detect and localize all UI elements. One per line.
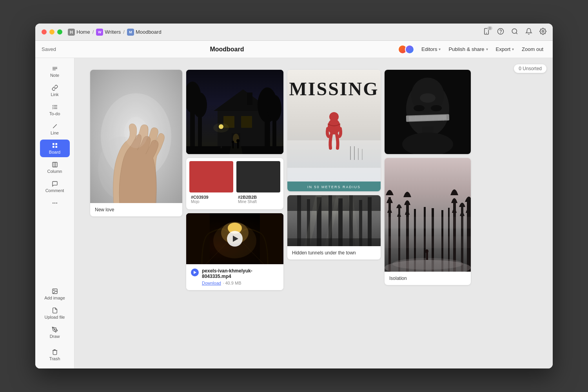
sidebar-item-draw[interactable]: Draw [40,324,70,341]
svg-point-70 [329,112,339,122]
sidebar-item-add-image[interactable]: Add image [40,285,70,303]
svg-rect-49 [232,143,234,149]
sidebar-item-board[interactable]: Board [40,140,70,157]
bell-icon[interactable] [525,28,532,36]
line-icon [52,123,58,129]
swatch-mojo-name: Mojo [191,200,232,204]
card-colors[interactable]: #C03939 Mojo #2B2B2B Mine Shaft [186,158,283,209]
swatch-mine-shaft-hex: #2B2B2B [238,195,279,200]
link-icon [52,85,58,91]
app-window: H Home / W Writers / M Moodboard 0 [35,24,553,368]
sidebar-item-column[interactable]: Column [40,159,70,176]
settings-icon[interactable] [539,28,546,36]
svg-rect-14 [53,143,54,145]
svg-marker-46 [229,146,243,154]
breadcrumb-moodboard-label: Moodboard [136,29,162,35]
publish-chevron: ▾ [486,47,488,51]
svg-point-53 [213,123,229,132]
sidebar-label-board: Board [49,150,60,154]
svg-point-126 [425,249,428,253]
card-house[interactable] [186,70,283,154]
device-icon[interactable]: 0 [483,28,490,36]
toolbar-right: Editors ▾ Publish & share ▾ Export ▾ Zoo… [398,45,546,54]
video-download-link[interactable]: Download [202,281,221,285]
svg-rect-38 [247,93,252,105]
sidebar-item-comment[interactable]: Comment [40,178,70,196]
play-button[interactable] [227,231,243,247]
maximize-button[interactable] [57,29,62,34]
swatch-mojo: #C03939 Mojo [189,161,233,206]
breadcrumb-home[interactable]: H Home [68,29,90,36]
sidebar-item-todo[interactable]: To-do [40,101,70,119]
card-holding-hands[interactable]: New love [90,70,182,216]
publish-share-button[interactable]: Publish & share ▾ [445,45,491,54]
avatar-2 [405,45,414,54]
forest-tunnels-label: Hidden tunnels under the town [287,246,381,260]
editors-chevron: ▾ [439,47,441,51]
zoom-out-button[interactable]: Zoom out [519,45,546,54]
card-missing-poster[interactable]: MISSING [287,70,381,191]
sidebar-item-link[interactable]: Link [40,82,70,100]
video-filename: pexels-ivan-khmelyuk-8043335.mp4 [202,268,279,279]
svg-rect-42 [241,116,252,128]
sidebar-item-trash[interactable]: Trash [40,346,70,364]
forest-tunnels-image [287,195,381,246]
breadcrumb-moodboard[interactable]: M Moodboard [127,29,162,36]
svg-point-35 [193,93,207,118]
svg-point-109 [420,93,436,103]
help-icon[interactable] [497,28,504,36]
todo-icon [52,104,58,110]
sidebar-item-more[interactable] [40,197,70,209]
export-button[interactable]: Export ▾ [493,45,517,54]
column-icon [52,162,58,168]
sidebar-label-line: Line [51,131,59,135]
svg-point-30 [124,117,148,148]
breadcrumb-writers[interactable]: W Writers [96,29,121,36]
minimize-button[interactable] [49,29,54,34]
editors-button[interactable]: Editors ▾ [418,45,444,54]
svg-point-21 [53,203,54,204]
svg-rect-60 [260,213,283,264]
close-button[interactable] [42,29,47,34]
svg-rect-74 [358,148,359,160]
editor-avatars [398,45,414,54]
video-play-icon [191,269,199,276]
breadcrumb-home-label: Home [76,29,90,35]
sidebar-item-upload-file[interactable]: Upload file [40,305,70,322]
device-badge: 0 [487,26,492,30]
svg-point-4 [512,29,517,33]
breadcrumb-sep-2: / [123,29,125,35]
titlebar-actions: 0 [483,28,546,36]
draw-icon [52,327,58,333]
sidebar-item-note[interactable]: Note [40,63,70,80]
col-3: MISSING [287,70,381,260]
export-chevron: ▾ [512,47,514,51]
house-image [186,70,283,154]
svg-rect-17 [55,146,57,148]
card-forest-tunnels[interactable]: Hidden tunnels under the town [287,195,381,260]
sidebar-label-note: Note [50,73,59,78]
moodboard-canvas[interactable]: 0 Unsorted [74,58,553,368]
card-foggy-forest[interactable]: Isolation [385,158,471,285]
search-icon[interactable] [511,28,518,36]
svg-rect-92 [287,238,381,246]
svg-rect-127 [385,217,471,229]
sidebar-item-line[interactable]: Line [40,120,70,138]
sidebar-label-column: Column [47,169,62,174]
note-icon [52,65,58,72]
breadcrumb-sep-1: / [93,29,94,35]
sidebar-label-upload-file: Upload file [45,315,65,319]
svg-rect-75 [362,149,363,160]
card-dark-portrait[interactable] [385,70,471,154]
svg-point-6 [542,30,544,32]
video-info: pexels-ivan-khmelyuk-8043335.mp4 Downloa… [186,264,283,290]
svg-point-22 [54,203,55,204]
main-layout: Note Link To-do [35,58,553,368]
holding-hands-label: New love [90,203,182,216]
card-video[interactable]: pexels-ivan-khmelyuk-8043335.mp4 Downloa… [186,213,283,290]
saved-label: Saved [42,46,56,52]
toolbar: Saved Moodboard Editors ▾ Publish & shar… [35,41,553,58]
svg-rect-125 [426,252,428,260]
svg-rect-47 [237,142,239,149]
svg-rect-16 [53,146,54,148]
